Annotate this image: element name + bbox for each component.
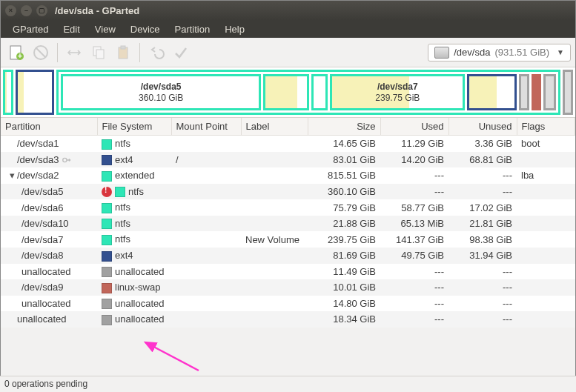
- graph-seg-sda1[interactable]: [3, 70, 13, 115]
- cell-unused: 17.02 GiB: [448, 199, 517, 216]
- table-row[interactable]: /dev/sda10 ntfs21.88 GiB65.13 MiB21.81 G…: [1, 216, 575, 232]
- cell-filesystem: ntfs: [97, 184, 171, 200]
- fs-color-swatch: [115, 187, 125, 197]
- cell-filesystem: ext4: [97, 248, 171, 264]
- paste-button: [112, 41, 134, 64]
- graph-seg-sda5[interactable]: /dev/sda5360.10 GiB: [61, 74, 261, 110]
- cell-partition: unallocated: [1, 264, 97, 280]
- window-minimize-button[interactable]: –: [21, 5, 32, 16]
- table-row[interactable]: /dev/sda3 ext4/83.01 GiB14.20 GiB68.81 G…: [1, 152, 575, 168]
- warning-icon: [102, 187, 112, 197]
- svg-line-10: [145, 342, 199, 371]
- menu-device[interactable]: Device: [125, 21, 166, 37]
- cell-unused: ---: [448, 264, 517, 280]
- cell-filesystem: unallocated: [97, 264, 171, 280]
- cell-mountpoint: [171, 231, 241, 248]
- apply-button: [170, 41, 192, 64]
- table-row[interactable]: unallocated unallocated18.34 GiB------: [1, 311, 575, 328]
- cell-flags: [517, 279, 575, 296]
- fs-color-swatch: [102, 315, 112, 325]
- menu-gparted[interactable]: GParted: [7, 21, 54, 37]
- cell-mountpoint: [171, 216, 241, 232]
- table-row[interactable]: ▾/dev/sda2 extended815.51 GiB------lba: [1, 167, 575, 184]
- cell-partition: /dev/sda5: [1, 184, 97, 200]
- menu-partition[interactable]: Partition: [169, 21, 216, 37]
- device-selector[interactable]: /dev/sda (931.51 GiB) ▼: [428, 44, 571, 62]
- partition-name: /dev/sda9: [21, 282, 63, 293]
- table-row[interactable]: /dev/sda8 ext481.69 GiB49.75 GiB31.94 Gi…: [1, 248, 575, 264]
- cell-mountpoint: [171, 136, 241, 152]
- expand-triangle-icon[interactable]: ▾: [8, 170, 16, 181]
- cell-partition: /dev/sda8: [1, 248, 97, 264]
- cell-unused: ---: [448, 311, 517, 328]
- cell-filesystem: ntfs: [97, 216, 171, 232]
- col-label[interactable]: Label: [241, 118, 308, 136]
- svg-rect-8: [121, 46, 125, 49]
- cell-size: 75.79 GiB: [308, 199, 380, 216]
- col-mountpoint[interactable]: Mount Point: [171, 118, 241, 136]
- delete-icon: [33, 44, 49, 61]
- toolbar: + /dev/sda (931.51 GiB) ▼: [1, 38, 575, 67]
- table-row[interactable]: unallocated unallocated11.49 GiB------: [1, 264, 575, 280]
- table-row[interactable]: /dev/sda1 ntfs14.65 GiB11.29 GiB3.36 GiB…: [1, 136, 575, 152]
- partition-name: /dev/sda1: [17, 138, 59, 149]
- cell-flags: [517, 264, 575, 280]
- menu-view[interactable]: View: [89, 21, 122, 37]
- cell-label: New Volume: [241, 231, 308, 248]
- cell-unused: 21.81 GiB: [448, 216, 517, 232]
- graph-seg-sda9[interactable]: [532, 74, 541, 110]
- col-flags[interactable]: Flags: [517, 118, 575, 136]
- graph-seg-sda10[interactable]: [311, 74, 328, 110]
- cell-size: 83.01 GiB: [308, 152, 380, 168]
- graph-seg-unalloc3[interactable]: [563, 70, 573, 115]
- svg-line-4: [36, 48, 45, 57]
- cell-flags: [517, 296, 575, 312]
- cell-label: [241, 199, 308, 216]
- cell-size: 14.65 GiB: [308, 136, 380, 152]
- cell-flags: lba: [517, 167, 575, 184]
- col-used[interactable]: Used: [380, 118, 448, 136]
- col-unused[interactable]: Unused: [448, 118, 517, 136]
- table-row[interactable]: /dev/sda6 ntfs75.79 GiB58.77 GiB17.02 Gi…: [1, 199, 575, 216]
- cell-flags: [517, 216, 575, 232]
- graph-seg-unalloc1[interactable]: [519, 74, 529, 110]
- graph-seg-sda6[interactable]: [263, 74, 309, 110]
- cell-unused: ---: [448, 184, 517, 200]
- cell-label: [241, 184, 308, 200]
- cell-label: [241, 136, 308, 152]
- resize-icon: [66, 44, 82, 61]
- graph-seg-sda8[interactable]: [467, 74, 516, 110]
- menu-edit[interactable]: Edit: [57, 21, 85, 37]
- window-buttons: × – ▢: [5, 5, 47, 16]
- partition-name: /dev/sda10: [21, 218, 69, 229]
- table-row[interactable]: unallocated unallocated14.80 GiB------: [1, 296, 575, 312]
- cell-size: 360.10 GiB: [308, 184, 380, 200]
- cell-used: 65.13 MiB: [380, 216, 448, 232]
- fs-name: unallocated: [115, 298, 165, 309]
- graph-seg-sda3[interactable]: [16, 70, 54, 115]
- graph-seg-sda2-extended[interactable]: /dev/sda5360.10 GiB /dev/sda7239.75 GiB: [56, 70, 560, 115]
- table-row[interactable]: /dev/sda7 ntfsNew Volume239.75 GiB141.37…: [1, 231, 575, 248]
- cell-size: 815.51 GiB: [308, 167, 380, 184]
- window-close-button[interactable]: ×: [5, 5, 16, 16]
- copy-button: [87, 41, 110, 64]
- fs-color-swatch: [102, 219, 112, 229]
- graph-seg-unalloc2[interactable]: [543, 74, 556, 110]
- checkmark-icon: [173, 44, 189, 61]
- cell-size: 11.49 GiB: [308, 264, 380, 280]
- table-row[interactable]: /dev/sda9 linux-swap10.01 GiB------: [1, 279, 575, 296]
- fs-color-swatch: [102, 171, 112, 182]
- fs-name: ntfs: [115, 233, 130, 245]
- cell-flags: [517, 248, 575, 264]
- menu-help[interactable]: Help: [219, 21, 251, 37]
- col-size[interactable]: Size: [308, 118, 380, 136]
- col-partition[interactable]: Partition: [1, 118, 97, 136]
- cell-size: 21.88 GiB: [308, 216, 380, 232]
- col-filesystem[interactable]: File System: [97, 118, 171, 136]
- graph-seg-sda7[interactable]: /dev/sda7239.75 GiB: [330, 74, 465, 110]
- cell-partition: /dev/sda3: [1, 152, 97, 168]
- window-maximize-button[interactable]: ▢: [36, 5, 47, 16]
- cell-flags: [517, 231, 575, 248]
- new-partition-button[interactable]: +: [5, 41, 27, 64]
- table-row[interactable]: /dev/sda5 ntfs360.10 GiB------: [1, 184, 575, 200]
